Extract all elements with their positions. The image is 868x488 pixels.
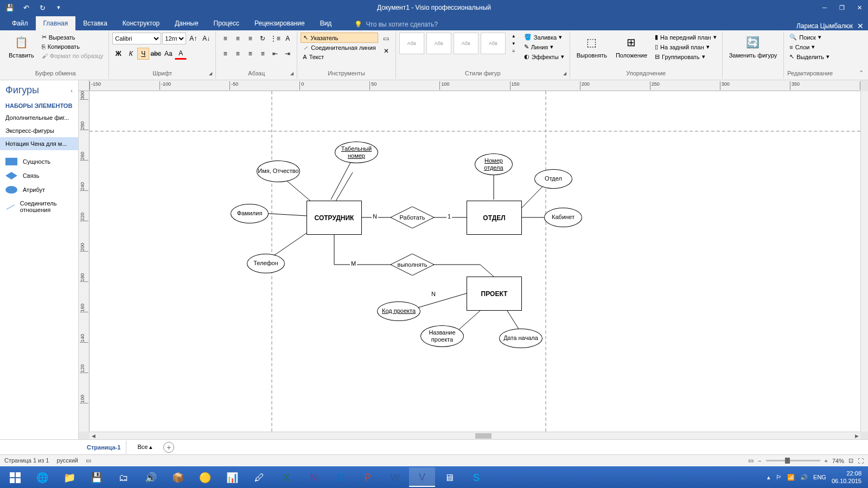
rel-work[interactable]: Работать	[391, 207, 434, 228]
taskbar-vbox[interactable]: 📦	[165, 467, 191, 487]
pointer-tool[interactable]: ↖Указатель	[301, 33, 378, 43]
restore-button[interactable]: ❐	[833, 0, 851, 15]
line-button[interactable]: ✎Линия▾	[522, 42, 566, 52]
shape-attribute[interactable]: Атрибут	[0, 183, 78, 197]
status-lang[interactable]: русский	[56, 457, 78, 464]
grow-font-button[interactable]: A↑	[187, 33, 199, 44]
scroll-left-icon[interactable]: ◀	[90, 433, 97, 439]
zoom-slider[interactable]	[766, 460, 820, 461]
shapestyles-dialog-launcher[interactable]: ◢	[562, 71, 567, 76]
effects-button[interactable]: ◐Эффекты▾	[522, 52, 566, 61]
rectangle-tool[interactable]: ▭	[380, 33, 392, 44]
cut-button[interactable]: ✂Вырезать	[40, 33, 106, 42]
style-more[interactable]: ≡	[510, 48, 518, 54]
bullets-button[interactable]: ⋮≡	[269, 33, 281, 44]
fill-button[interactable]: 🪣Заливка▾	[522, 33, 566, 42]
attr-projname[interactable]: Название проекта	[420, 325, 464, 347]
align-middle-button[interactable]: ≡	[232, 33, 244, 44]
macro-icon[interactable]: ▭	[86, 457, 91, 464]
connector-tool[interactable]: ⟋Соединительная линия	[301, 43, 378, 52]
tab-process[interactable]: Процесс	[206, 16, 247, 30]
minimize-button[interactable]: ─	[816, 0, 833, 15]
attr-startdate[interactable]: Дата начала	[499, 329, 542, 348]
italic-button[interactable]: К	[125, 48, 137, 60]
taskbar-powerpoint[interactable]: P	[355, 467, 381, 487]
entity-employee[interactable]: СОТРУДНИК	[307, 201, 362, 235]
taskbar-app5[interactable]: 🖊	[246, 467, 272, 487]
tray-network-icon[interactable]: 📶	[787, 474, 795, 481]
stencil-chen[interactable]: Нотация Чена для м...	[0, 137, 78, 150]
save-icon[interactable]: 💾	[3, 1, 16, 14]
change-shape-button[interactable]: 🔄Заменить фигуру	[726, 33, 781, 60]
group-button[interactable]: ⊟Группировать▾	[653, 52, 719, 61]
font-dialog-launcher[interactable]: ◢	[208, 71, 213, 76]
indent-dec-button[interactable]: ⇤	[269, 48, 281, 60]
font-name-select[interactable]: Calibri	[112, 33, 161, 44]
taskbar-app4[interactable]: 📊	[219, 467, 245, 487]
shape-relation[interactable]: Связь	[0, 169, 78, 183]
scroll-right-icon[interactable]: ▶	[853, 433, 860, 439]
shape-conn-line[interactable]: Соединитель отношения	[0, 197, 78, 216]
zoom-level[interactable]: 74%	[832, 458, 844, 464]
guide-horizontal[interactable]	[90, 131, 860, 132]
tab-home[interactable]: Главная	[36, 16, 76, 30]
collapse-ribbon-icon[interactable]: ⌃	[859, 69, 864, 76]
shape-style-3[interactable]: Абв	[454, 33, 478, 54]
tab-review[interactable]: Рецензирование	[247, 16, 312, 30]
taskbar-word[interactable]: W	[382, 467, 408, 487]
justify-button[interactable]: ≡	[257, 48, 269, 60]
tab-design[interactable]: Конструктор	[115, 16, 167, 30]
view-presentation-icon[interactable]: ▭	[748, 457, 754, 464]
shape-entity[interactable]: Сущность	[0, 155, 78, 169]
align-button[interactable]: ⬚Выровнять	[573, 33, 610, 60]
indent-inc-button[interactable]: ⇥	[282, 48, 293, 60]
attr-tabnum[interactable]: Табельный номер	[335, 142, 378, 163]
attr-deptnum[interactable]: Номер отдела	[475, 153, 513, 175]
orientation-button[interactable]: ↻	[257, 33, 269, 44]
case-button[interactable]: Aa	[162, 48, 174, 60]
tab-data[interactable]: Данные	[167, 16, 206, 30]
attr-office[interactable]: Кабинет	[544, 208, 582, 227]
ruler-horizontal[interactable]: -150-100-50050100150200250300350400	[90, 80, 860, 91]
fit-window-icon[interactable]: ⊡	[848, 457, 853, 464]
text-tool[interactable]: AТекст	[301, 53, 378, 61]
taskbar-visio[interactable]: V	[409, 467, 435, 487]
attr-dept[interactable]: Отдел	[534, 169, 572, 189]
taskbar-excel[interactable]: X	[273, 467, 299, 487]
shapes-collapse-icon[interactable]: ‹	[71, 87, 73, 94]
tray-clock[interactable]: 22:08 06.10.2015	[832, 470, 861, 485]
align-left-button[interactable]: ≡	[219, 48, 231, 60]
ribbon-close-icon[interactable]: ✕	[857, 22, 864, 30]
tray-lang[interactable]: ENG	[813, 474, 826, 480]
shape-style-4[interactable]: Абв	[481, 33, 506, 54]
style-row-down[interactable]: ▼	[510, 40, 518, 47]
attr-projcode[interactable]: Код проекта	[377, 301, 420, 321]
attr-surname[interactable]: Фамилия	[231, 204, 269, 223]
font-size-select[interactable]: 12пт	[162, 33, 186, 44]
align-center-button[interactable]: ≡	[232, 48, 244, 60]
attr-phone[interactable]: Телефон	[247, 254, 285, 273]
underline-button[interactable]: Ч	[137, 48, 149, 60]
zoom-in-button[interactable]: +	[825, 458, 828, 464]
shrink-font-button[interactable]: A↓	[200, 33, 212, 44]
taskbar-chrome[interactable]: 🟡	[192, 467, 218, 487]
find-button[interactable]: 🔍Поиск▾	[787, 33, 832, 42]
drawing-page[interactable]: СОТРУДНИК ОТДЕЛ ПРОЕКТ Работать выполнят…	[90, 91, 860, 432]
align-right-button[interactable]: ≡	[244, 48, 256, 60]
account-name[interactable]: Лариса Цымбалюк	[796, 22, 853, 30]
stencil-quick[interactable]: Экспресс-фигуры	[0, 124, 78, 137]
format-painter-button[interactable]: 🖌Формат по образцу	[40, 52, 106, 60]
select-button[interactable]: ↖Выделить▾	[787, 52, 832, 61]
stencil-more[interactable]: Дополнительные фиг...	[0, 111, 78, 124]
taskbar-app3[interactable]: 🔊	[138, 467, 164, 487]
tray-flag-icon[interactable]: 🏳	[776, 474, 782, 480]
shape-style-1[interactable]: Абв	[399, 33, 424, 54]
copy-button[interactable]: ⎘Копировать	[40, 42, 106, 51]
tell-me-search[interactable]: 💡 Что вы хотите сделать?	[350, 18, 442, 30]
tab-insert[interactable]: Вставка	[75, 16, 115, 30]
tab-file[interactable]: Файл	[4, 16, 36, 30]
shape-style-2[interactable]: Абв	[426, 33, 451, 54]
strike-button[interactable]: abc	[150, 48, 162, 60]
page-tab-1[interactable]: Страница-1	[81, 441, 126, 454]
layers-button[interactable]: ≡Слои▾	[787, 42, 832, 52]
